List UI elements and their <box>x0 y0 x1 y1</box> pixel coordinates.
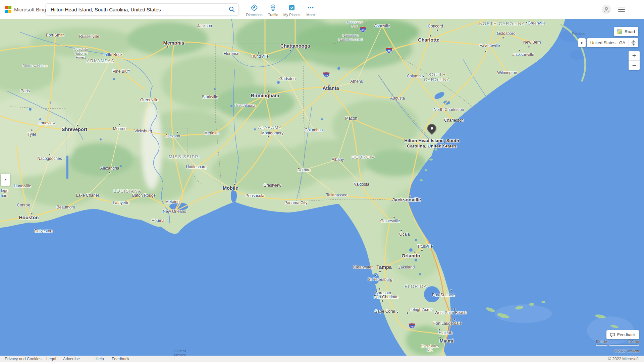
pin-center-dot <box>430 127 433 130</box>
footer-copyright: © 2022 Microsoft <box>608 357 639 361</box>
region-selector-row: United States - GA <box>578 38 638 47</box>
footer-link-privacy[interactable]: Privacy and Cookies <box>5 357 41 361</box>
map-label-lafayette: Lafayette <box>113 200 129 205</box>
toolbar-label: Traffic <box>268 13 278 17</box>
map-label-florence: Florence <box>224 51 239 56</box>
city-dot <box>290 50 291 51</box>
region-selector-label[interactable]: United States - GA <box>587 41 629 45</box>
map-label-nacogdoches: Nacogdoches <box>37 156 62 161</box>
search-input[interactable] <box>46 7 225 12</box>
map-label-little-rock: Little Rock <box>104 52 122 57</box>
map-label-macon: Macon <box>345 116 357 121</box>
map-label-meridian: Meridian <box>204 131 220 135</box>
interstate-shield-75: 75 <box>323 72 330 79</box>
city-dot <box>439 337 441 338</box>
search-icon <box>228 6 235 13</box>
brand-text: Microsoft Bing <box>14 7 46 12</box>
map-label-vicksburg: Vicksburg <box>135 129 152 133</box>
expand-panel-tab[interactable] <box>1 174 10 186</box>
region-collapse-button[interactable] <box>578 38 586 47</box>
city-dot <box>439 329 440 330</box>
map-label-hialeah: Hialeah <box>439 330 452 335</box>
map-canvas[interactable]: ARKANSASNORTH CAROLINASOUTH CAROLINAGEOR… <box>0 19 644 356</box>
zoom-in-button[interactable]: + <box>629 51 640 60</box>
map-label-arkansas: ARKANSAS <box>87 58 115 63</box>
scale-km-label: 100 km <box>628 340 639 344</box>
map-label-alabama: ALABAMA <box>258 125 282 130</box>
map-style-label: Road <box>625 29 635 34</box>
map-label-houma: Houma <box>152 218 165 223</box>
map-label-lehigh-acres: Lehigh Acres <box>409 307 432 312</box>
map-label-valdosta: Valdosta <box>354 182 369 187</box>
map-style-thumbnail-icon <box>617 29 622 34</box>
region-selector[interactable]: United States - GA <box>587 38 638 47</box>
interstate-shield-75: 75 <box>409 323 416 330</box>
map-label-orlando: Orlando <box>401 253 420 258</box>
city-dot <box>450 290 452 291</box>
map-toolbar: Directions Traffic My Places More <box>245 0 320 19</box>
directions-icon <box>250 4 258 12</box>
city-dot <box>31 129 33 131</box>
city-dot <box>528 46 530 48</box>
footer-link-legal[interactable]: Legal <box>46 357 56 361</box>
locate-me-button[interactable] <box>629 38 638 47</box>
scale-miles-bar <box>596 345 607 346</box>
map-label-paris: Paris <box>20 88 30 93</box>
map-label-asheville: Asheville <box>374 23 390 28</box>
footer-link-feedback[interactable]: Feedback <box>112 357 129 361</box>
map-label-metairie: Metairie <box>165 199 180 204</box>
map-label-baton-rouge: Baton Rouge <box>132 193 156 198</box>
toolbar-traffic[interactable]: Traffic <box>264 0 282 19</box>
account-button[interactable] <box>602 5 611 14</box>
map-label-fort-smith: Fort Smith <box>46 33 64 38</box>
map-style-button[interactable]: Road <box>614 27 638 36</box>
footer-link-advertise[interactable]: Advertise <box>63 357 80 361</box>
map-label-monroe: Monroe <box>113 126 127 131</box>
pin-label: Hilton Head Island, South Carolina, Unit… <box>404 138 459 149</box>
zoom-out-button[interactable]: − <box>629 61 640 70</box>
city-dot <box>109 172 110 173</box>
map-label-lake-charles: Lake Charles <box>76 193 100 198</box>
map-label-alexandria: Alexandria <box>100 166 119 171</box>
map-label-nantahala-national-forest: Nantahala National Forest <box>338 34 362 42</box>
map-label-tyler: Tyler <box>28 132 36 137</box>
map-label-ouachita-national-forest: Ouachita National Forest <box>74 47 88 59</box>
map-label-charleston: Charleston <box>444 118 464 123</box>
map-label-pine-bluff: Pine Bluff <box>112 69 129 74</box>
city-dot <box>119 124 120 125</box>
map-label-port-st-lucie: Port St Lucie <box>432 293 455 297</box>
search-box[interactable] <box>46 3 239 15</box>
footer-link-help[interactable]: Help <box>96 357 104 361</box>
map-label-west-palm-beach: West Palm Beach <box>434 310 466 315</box>
toolbar-label: My Places <box>283 13 301 17</box>
toolbar-directions[interactable]: Directions <box>245 0 264 19</box>
map-label-greenville: Greenville <box>528 21 546 25</box>
city-dot <box>31 213 33 215</box>
map-label-sarasota: Sarasota <box>375 291 391 295</box>
map-label-memphis: Memphis <box>163 40 184 46</box>
map-label-gadsden: Gadsden <box>279 76 296 81</box>
map-label-mobile: Mobile <box>223 185 238 191</box>
map-label-tallahassee: Tallahassee <box>326 193 347 197</box>
city-dot <box>423 76 424 77</box>
map-label-north-charleston: North Charleston <box>434 107 464 112</box>
map-feedback-button[interactable]: Feedback <box>606 330 639 339</box>
toolbar-my-places[interactable]: My Places <box>282 0 301 19</box>
map-label-louisiana: LOUISIANA <box>114 189 142 194</box>
locate-icon <box>631 40 637 46</box>
chevron-right-icon <box>581 42 583 44</box>
city-dot <box>258 52 259 54</box>
bing-logo[interactable]: Microsoft Bing <box>5 6 44 13</box>
search-button[interactable] <box>225 4 238 15</box>
map-label-pamlico: Pamlico <box>572 32 586 36</box>
menu-button[interactable] <box>618 7 625 12</box>
toolbar-more[interactable]: More <box>301 0 320 19</box>
map-scale: 50 miles 100 km <box>596 340 639 346</box>
map-label-new-bern: New Bern <box>523 40 541 45</box>
map-label-albany: Albany <box>332 157 344 162</box>
map-label-russellville: Russellville <box>79 34 99 39</box>
microsoft-logo-icon <box>5 6 11 13</box>
my-places-icon <box>288 4 296 12</box>
footer-bar: Privacy and Cookies Legal Advertise Help… <box>0 356 644 362</box>
city-dot <box>268 90 269 92</box>
